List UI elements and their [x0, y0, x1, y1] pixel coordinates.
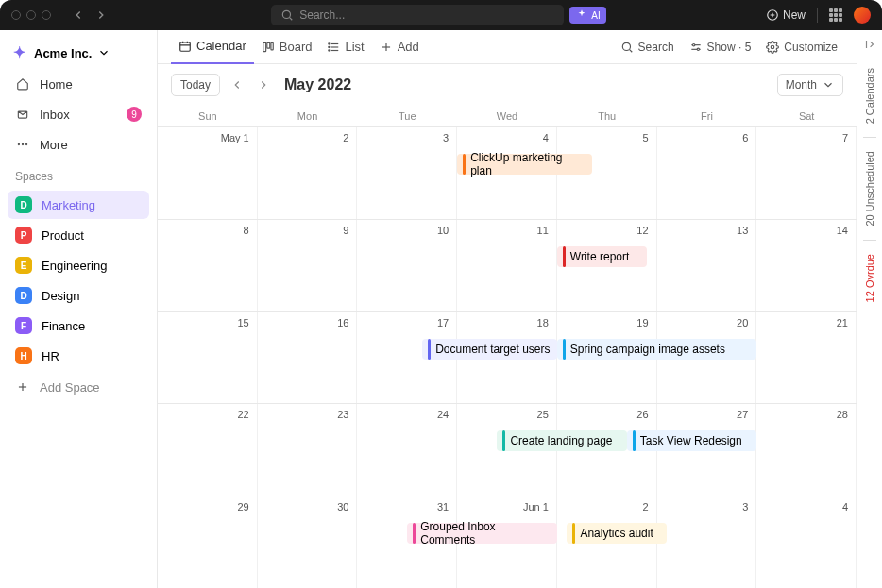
nav-inbox[interactable]: Inbox 9: [8, 100, 149, 128]
calendar-event[interactable]: Spring campaign image assets: [557, 339, 756, 360]
calendar-event[interactable]: Analytics audit: [567, 523, 667, 544]
period-select[interactable]: Month: [777, 74, 843, 96]
nav-more[interactable]: More: [8, 130, 149, 159]
rail-calendars[interactable]: 2 Calendars: [864, 64, 875, 127]
maximize-window[interactable]: [42, 10, 51, 20]
tab-board[interactable]: Board: [254, 30, 320, 64]
today-button[interactable]: Today: [171, 74, 220, 96]
event-title: Analytics audit: [580, 527, 653, 540]
day-header: Thu: [557, 106, 657, 126]
week-row: 22232425262728Create landing pageTask Vi…: [158, 403, 857, 496]
tab-list[interactable]: List: [319, 30, 371, 64]
day-number: 12: [636, 225, 648, 236]
tab-add[interactable]: Add: [372, 30, 427, 64]
day-cell[interactable]: 8: [158, 220, 258, 311]
space-item-engineering[interactable]: EEngineering: [8, 251, 149, 279]
calendar-event[interactable]: Document target users: [422, 339, 557, 360]
day-cell[interactable]: 2: [258, 127, 358, 219]
search-view[interactable]: Search: [615, 37, 680, 58]
chevron-down-icon: [822, 78, 835, 92]
apps-menu[interactable]: [829, 8, 842, 22]
day-cell[interactable]: 21: [756, 312, 857, 404]
day-number: 21: [837, 317, 848, 328]
day-cell[interactable]: 14: [756, 220, 857, 311]
day-header: Wed: [457, 106, 557, 126]
day-cell[interactable]: 6: [657, 127, 757, 219]
next-month[interactable]: [254, 76, 273, 94]
svg-point-21: [329, 46, 330, 47]
spaces-header: Spaces: [8, 159, 149, 189]
calendar-event[interactable]: Grouped Inbox Comments: [407, 523, 557, 544]
day-cell[interactable]: 15: [158, 312, 258, 404]
day-number: 23: [337, 409, 348, 420]
day-header: Mon: [258, 106, 358, 126]
day-cell[interactable]: 23: [258, 404, 358, 496]
calendar-event[interactable]: Create landing page: [497, 430, 626, 451]
day-cell[interactable]: 24: [357, 404, 457, 496]
event-title: Create landing page: [510, 434, 612, 447]
calendar-event[interactable]: ClickUp marketing plan: [457, 154, 592, 175]
svg-line-26: [629, 49, 632, 52]
day-number: 4: [842, 501, 848, 512]
day-cell[interactable]: 10: [357, 220, 457, 311]
space-avatar: D: [15, 287, 32, 304]
show-options[interactable]: Show · 5: [684, 37, 757, 58]
day-cell[interactable]: 7: [756, 127, 857, 219]
day-cell[interactable]: 13: [657, 220, 757, 311]
space-label: Finance: [42, 319, 85, 333]
event-title: Document target users: [435, 343, 550, 356]
day-number: 26: [636, 409, 648, 420]
day-cell[interactable]: 28: [756, 404, 857, 496]
space-item-hr[interactable]: HHR: [8, 342, 149, 370]
tab-calendar[interactable]: Calendar: [171, 30, 254, 64]
close-window[interactable]: [11, 10, 21, 20]
day-cell[interactable]: 9: [258, 220, 358, 311]
global-search[interactable]: Search...: [271, 5, 564, 25]
day-cell[interactable]: 3: [357, 127, 457, 219]
day-cell[interactable]: 16: [258, 312, 358, 404]
day-number: Jun 1: [523, 501, 549, 512]
day-cell[interactable]: 22: [158, 404, 258, 496]
day-cell[interactable]: 4: [756, 496, 857, 588]
space-item-product[interactable]: PProduct: [8, 221, 149, 249]
day-number: 4: [543, 132, 549, 143]
day-number: 25: [537, 409, 549, 420]
space-item-finance[interactable]: FFinance: [8, 311, 149, 340]
search-icon: [620, 41, 634, 54]
nav-forward[interactable]: [91, 5, 111, 25]
rail-overdue[interactable]: 12 Ovrdue: [864, 250, 875, 306]
space-item-marketing[interactable]: DMarketing: [8, 191, 149, 219]
view-tabs: Calendar Board List Add Search: [158, 30, 857, 64]
chevron-down-icon: [97, 46, 110, 59]
nav-home[interactable]: Home: [8, 70, 149, 98]
day-cell[interactable]: 3: [657, 496, 757, 588]
day-number: 20: [737, 317, 748, 328]
ai-badge[interactable]: AI: [569, 7, 605, 24]
list-icon: [327, 41, 340, 54]
rail-unscheduled[interactable]: 20 Unscheduled: [864, 147, 875, 230]
week-row: May 1234567ClickUp marketing plan: [158, 126, 857, 219]
minimize-window[interactable]: [26, 10, 36, 20]
day-cell[interactable]: May 1: [158, 127, 258, 219]
add-space[interactable]: Add Space: [8, 374, 149, 400]
day-cell[interactable]: 30: [258, 496, 358, 588]
user-avatar[interactable]: [854, 7, 871, 24]
nav-back[interactable]: [68, 5, 89, 25]
day-cell[interactable]: 29: [158, 496, 258, 588]
calendar-event[interactable]: Task View Redesign: [627, 430, 756, 451]
calendar-event[interactable]: Write report: [557, 246, 647, 267]
workspace-switcher[interactable]: Acme Inc.: [8, 38, 149, 68]
collapse-rail-icon[interactable]: [863, 38, 876, 51]
prev-month[interactable]: [228, 76, 246, 94]
space-item-design[interactable]: DDesign: [8, 281, 149, 310]
event-title: Spring campaign image assets: [570, 343, 725, 356]
customize-view[interactable]: Customize: [760, 37, 843, 58]
svg-point-0: [283, 10, 291, 18]
new-button[interactable]: New: [766, 8, 806, 22]
day-number: 10: [437, 225, 449, 236]
day-cell[interactable]: 11: [457, 220, 557, 311]
space-label: Marketing: [42, 198, 95, 212]
space-label: Engineering: [42, 259, 107, 273]
plus-icon: [380, 41, 393, 54]
day-number: 24: [437, 409, 449, 420]
